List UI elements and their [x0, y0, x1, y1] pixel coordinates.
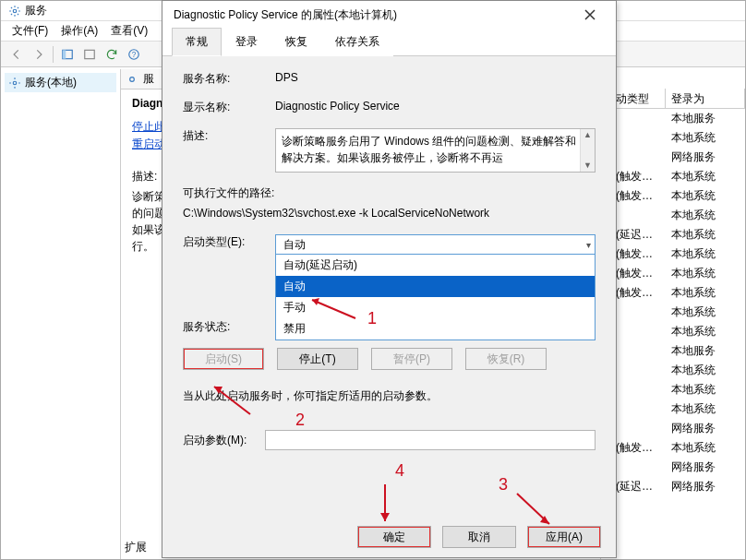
svg-point-6 — [13, 81, 17, 85]
table-row[interactable]: 动本地系统 — [599, 206, 745, 225]
resume-button[interactable]: 恢复(R) — [465, 348, 547, 370]
chevron-down-icon: ▾ — [586, 240, 591, 250]
tab-logon[interactable]: 登录 — [222, 28, 271, 56]
gear-icon — [8, 77, 21, 89]
table-row[interactable]: 动本地系统 — [599, 399, 745, 419]
tab-dependencies[interactable]: 依存关系 — [321, 28, 393, 56]
scroll-up-icon[interactable]: ▲ — [584, 129, 592, 142]
value-service-name: DPS — [275, 71, 596, 84]
col-logon-as[interactable]: 登录为 — [666, 89, 745, 108]
label-start-params: 启动参数(M): — [183, 433, 247, 448]
svg-point-7 — [130, 77, 135, 81]
dialog-footer: 确定 取消 应用(A) — [357, 526, 601, 548]
table-row[interactable]: 动(触发…本地系统 — [599, 167, 745, 186]
toolbar-detail-icon[interactable] — [79, 44, 100, 65]
label-service-status: 服务状态: — [183, 319, 275, 335]
cancel-button[interactable]: 取消 — [442, 526, 516, 548]
stop-button[interactable]: 停止(T) — [277, 348, 358, 370]
svg-rect-3 — [85, 50, 95, 58]
services-icon — [8, 5, 21, 18]
back-button[interactable] — [6, 44, 27, 65]
table-row[interactable]: 动本地服务 — [599, 341, 745, 361]
label-description: 描述: — [183, 128, 275, 144]
table-row[interactable]: 动本地系统 — [599, 128, 745, 148]
option-auto-delayed[interactable]: 自动(延迟启动) — [276, 255, 595, 276]
value-exe-path: C:\Windows\System32\svchost.exe -k Local… — [183, 207, 596, 220]
start-param-hint: 当从此处启动服务时，你可指定所适用的启动参数。 — [183, 388, 596, 404]
table-row[interactable]: 动(触发…本地系统 — [599, 186, 745, 206]
option-disabled[interactable]: 禁用 — [276, 318, 595, 340]
svg-rect-2 — [63, 50, 66, 58]
services-list-right: 启动类型 登录为 动本地服务动本地系统动网络服务动(触发…本地系统动(触发…本地… — [599, 89, 745, 496]
tree-item-label: 服务(本地) — [25, 75, 77, 90]
table-row[interactable]: 动(触发…本地系统 — [599, 244, 745, 264]
table-row[interactable]: 动(触发…本地系统 — [599, 264, 745, 283]
table-row[interactable]: 动本地系统 — [599, 380, 745, 399]
menu-action[interactable]: 操作(A) — [61, 23, 98, 39]
forward-button[interactable] — [29, 44, 49, 65]
pause-button[interactable]: 暂停(P) — [371, 348, 452, 370]
svg-point-0 — [13, 9, 17, 13]
tab-recovery[interactable]: 恢复 — [271, 28, 321, 56]
scroll-down-icon[interactable]: ▼ — [584, 160, 592, 173]
label-startup-type: 启动类型(E): — [183, 234, 275, 250]
list-rows: 动本地服务动本地系统动网络服务动(触发…本地系统动(触发…本地系统动本地系统动(… — [599, 109, 745, 496]
startup-type-dropdown: 自动(延迟启动) 自动 手动 禁用 — [275, 255, 596, 340]
table-row[interactable]: 动(触发…本地系统 — [599, 438, 745, 458]
dialog-body: 服务名称: DPS 显示名称: Diagnostic Policy Servic… — [162, 56, 616, 467]
description-text: 诊断策略服务启用了 Windows 组件的问题检测、疑难解答和解决方案。如果该服… — [282, 135, 576, 164]
option-manual[interactable]: 手动 — [276, 297, 595, 318]
apply-button[interactable]: 应用(A) — [527, 526, 601, 548]
expand-tab[interactable]: 扩展 — [125, 540, 147, 555]
option-auto[interactable]: 自动 — [276, 276, 595, 297]
table-row[interactable]: 动网络服务 — [599, 148, 745, 167]
table-row[interactable]: 动网络服务 — [599, 458, 745, 477]
mmc-title-text: 服务 — [25, 3, 47, 18]
start-params-input[interactable] — [265, 430, 596, 450]
value-display-name: Diagnostic Policy Service — [275, 100, 596, 113]
table-row[interactable]: 动(延迟…网络服务 — [599, 477, 745, 496]
svg-text:?: ? — [132, 50, 137, 58]
table-row[interactable]: 动(触发…本地系统 — [599, 283, 745, 303]
toolbar-help-icon[interactable]: ? — [124, 44, 144, 65]
start-button[interactable]: 启动(S) — [183, 348, 264, 370]
center-toolbar-label: 服 — [143, 71, 154, 87]
tab-general[interactable]: 常规 — [172, 28, 222, 56]
close-button[interactable] — [572, 2, 608, 28]
label-exe-path: 可执行文件的路径: — [183, 185, 596, 201]
tree-item-local-services[interactable]: 服务(本地) — [5, 73, 116, 92]
menu-view[interactable]: 查看(V) — [111, 23, 148, 39]
dialog-tabs: 常规 登录 恢复 依存关系 — [162, 29, 616, 56]
description-scrollbar[interactable]: ▲▼ — [580, 129, 595, 172]
table-row[interactable]: 动本地服务 — [599, 109, 745, 128]
label-service-name: 服务名称: — [183, 71, 275, 87]
description-box[interactable]: 诊断策略服务启用了 Windows 组件的问题检测、疑难解答和解决方案。如果该服… — [275, 128, 596, 173]
toolbar-refresh-icon[interactable] — [102, 44, 122, 65]
ok-button[interactable]: 确定 — [357, 526, 431, 548]
toolbar-panel-icon[interactable] — [57, 44, 78, 65]
mmc-tree-pane: 服务(本地) — [1, 69, 121, 559]
table-row[interactable]: 动本地系统 — [599, 303, 745, 322]
dialog-title-text: Diagnostic Policy Service 的属性(本地计算机) — [174, 7, 397, 23]
startup-selected-value: 自动 — [283, 237, 306, 253]
dialog-titlebar[interactable]: Diagnostic Policy Service 的属性(本地计算机) — [162, 1, 616, 29]
table-row[interactable]: 动本地系统 — [599, 322, 745, 341]
table-row[interactable]: 动(延迟…本地系统 — [599, 225, 745, 244]
label-display-name: 显示名称: — [183, 100, 275, 115]
center-gear-icon — [121, 73, 143, 86]
table-row[interactable]: 动本地系统 — [599, 361, 745, 380]
service-properties-dialog: Diagnostic Policy Service 的属性(本地计算机) 常规 … — [162, 0, 617, 558]
table-row[interactable]: 动网络服务 — [599, 419, 745, 438]
service-control-buttons: 启动(S) 停止(T) 暂停(P) 恢复(R) — [183, 348, 596, 370]
menu-file[interactable]: 文件(F) — [12, 23, 48, 39]
list-header: 启动类型 登录为 — [599, 89, 745, 109]
startup-type-select[interactable]: 自动 ▾ 自动(延迟启动) 自动 手动 禁用 — [275, 234, 596, 255]
toolbar-separator — [53, 46, 54, 63]
